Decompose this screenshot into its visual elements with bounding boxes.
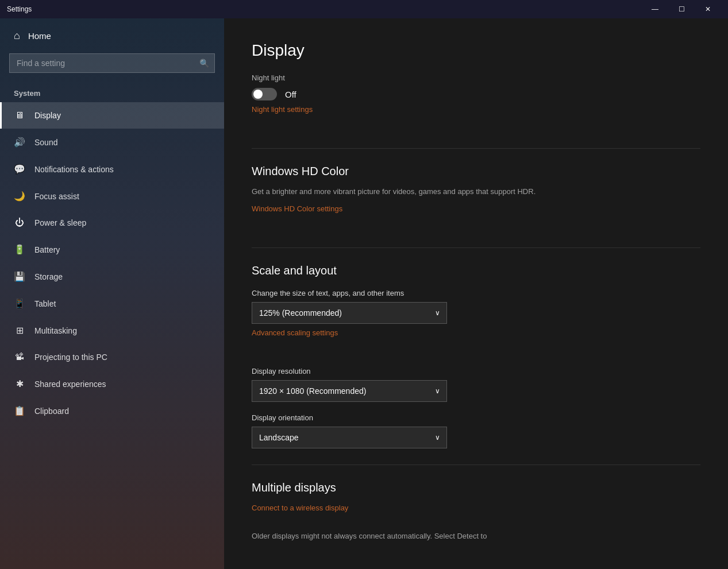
sidebar-item-shared[interactable]: ✱ Shared experiences [0,370,224,397]
content-panel: Display Night light Off Night light sett… [224,18,728,569]
scale-layout-title: Scale and layout [252,264,700,277]
sidebar-item-clipboard-label: Clipboard [34,407,69,416]
search-input[interactable] [9,53,215,73]
orientation-select-wrapper: Landscape Portrait Landscape (flipped) P… [252,427,447,448]
notifications-icon: 💬 [14,164,25,175]
sidebar-item-display[interactable]: 🖥 Display [0,102,224,129]
sidebar-item-tablet-label: Tablet [34,299,56,308]
home-label: Home [28,31,51,41]
hd-color-settings-link[interactable]: Windows HD Color settings [252,204,342,213]
hd-color-description: Get a brighter and more vibrant picture … [252,186,700,198]
advanced-scaling-link[interactable]: Advanced scaling settings [252,328,338,337]
window-controls: — ☐ ✕ [642,0,721,18]
night-light-toggle[interactable] [252,88,277,100]
maximize-button[interactable]: ☐ [668,0,695,18]
resolution-select[interactable]: 1920 × 1080 (Recommended) 1280 × 720 102… [252,380,447,402]
orientation-label: Display orientation [252,413,700,422]
focus-icon: 🌙 [14,191,25,202]
sidebar-item-projecting-label: Projecting to this PC [34,353,107,362]
main-layout: ⌂ Home 🔍 System 🖥 Display 🔊 Sound 💬 Noti… [0,18,728,569]
scale-select[interactable]: 100% 125% (Recommended) 150% 175% [252,302,447,324]
sound-icon: 🔊 [14,137,25,148]
power-icon: ⏻ [14,218,25,228]
sidebar-item-battery-label: Battery [34,245,60,254]
divider-1 [252,148,700,149]
shared-icon: ✱ [14,378,25,389]
search-icon: 🔍 [199,59,209,68]
sidebar-item-sound[interactable]: 🔊 Sound [0,129,224,156]
scale-select-wrapper: 100% 125% (Recommended) 150% 175% [252,302,447,324]
sidebar-item-power-label: Power & sleep [34,218,86,227]
night-light-label: Night light [252,73,700,82]
multitasking-icon: ⊞ [14,325,25,336]
sidebar-item-power[interactable]: ⏻ Power & sleep [0,210,224,236]
sidebar-item-storage[interactable]: 💾 Storage [0,263,224,290]
tablet-icon: 📱 [14,298,25,309]
divider-3 [252,465,700,465]
projecting-icon: 📽 [14,352,25,362]
sidebar-item-projecting[interactable]: 📽 Projecting to this PC [0,344,224,370]
sidebar-item-notifications[interactable]: 💬 Notifications & actions [0,156,224,183]
night-light-toggle-state: Off [285,90,296,99]
clipboard-icon: 📋 [14,405,25,416]
minimize-button[interactable]: — [642,0,668,18]
sidebar-item-home[interactable]: ⌂ Home [0,18,224,53]
sidebar-item-storage-label: Storage [34,272,63,281]
divider-2 [252,247,700,248]
night-light-toggle-row: Off [252,88,700,100]
storage-icon: 💾 [14,271,25,282]
orientation-select[interactable]: Landscape Portrait Landscape (flipped) P… [252,427,447,448]
home-icon: ⌂ [14,30,20,42]
sidebar-item-tablet[interactable]: 📱 Tablet [0,290,224,317]
sidebar-item-battery[interactable]: 🔋 Battery [0,236,224,263]
sidebar-item-clipboard[interactable]: 📋 Clipboard [0,397,224,424]
resolution-select-wrapper: 1920 × 1080 (Recommended) 1280 × 720 102… [252,380,447,402]
sidebar-item-display-label: Display [34,111,61,120]
sidebar-item-multitasking-label: Multitasking [34,326,77,335]
sidebar-item-notifications-label: Notifications & actions [34,165,114,174]
battery-icon: 🔋 [14,244,25,255]
close-button[interactable]: ✕ [695,0,721,18]
system-section-label: System [0,82,224,102]
resolution-label: Display resolution [252,367,700,376]
sidebar-item-focus-label: Focus assist [34,192,79,201]
app-title: Settings [7,5,32,13]
multiple-displays-title: Multiple displays [252,481,700,494]
older-displays-description: Older displays might not always connect … [252,531,700,542]
scale-select-label: Change the size of text, apps, and other… [252,289,700,297]
night-light-settings-link[interactable]: Night light settings [252,105,313,114]
sidebar-item-shared-label: Shared experiences [34,380,106,389]
sidebar-item-focus[interactable]: 🌙 Focus assist [0,183,224,210]
sidebar-item-multitasking[interactable]: ⊞ Multitasking [0,317,224,344]
page-title: Display [252,41,700,60]
display-icon: 🖥 [14,110,25,121]
search-container: 🔍 [9,53,215,73]
title-bar: Settings — ☐ ✕ [0,0,728,18]
sidebar: ⌂ Home 🔍 System 🖥 Display 🔊 Sound 💬 Noti… [0,18,224,569]
connect-wireless-link[interactable]: Connect to a wireless display [252,504,348,512]
sidebar-item-sound-label: Sound [34,138,57,147]
hd-color-title: Windows HD Color [252,165,700,178]
